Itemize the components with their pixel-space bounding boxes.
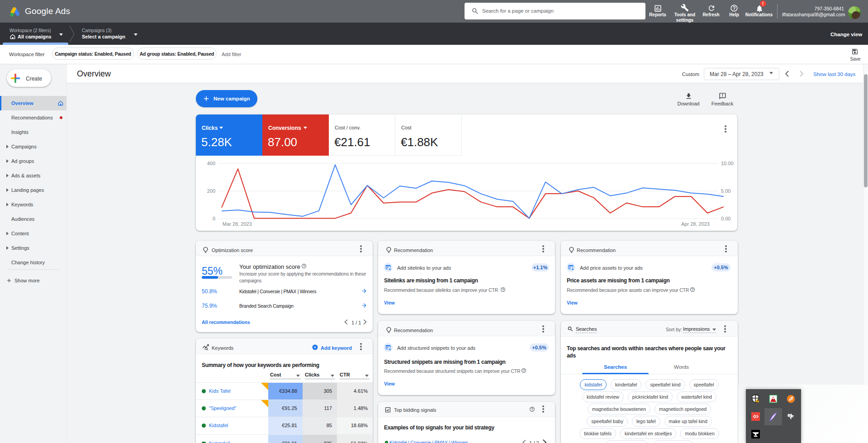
svg-text:Apr 28, 2023: Apr 28, 2023	[681, 221, 710, 227]
svg-text:200: 200	[207, 188, 215, 194]
svg-text:0.00: 0.00	[721, 216, 730, 221]
svg-text:10.00: 10.00	[721, 161, 734, 166]
svg-text:400: 400	[207, 161, 215, 166]
svg-text:Mar 28, 2023: Mar 28, 2023	[223, 221, 252, 227]
svg-text:0: 0	[213, 216, 215, 221]
svg-text:5.00: 5.00	[721, 188, 730, 194]
